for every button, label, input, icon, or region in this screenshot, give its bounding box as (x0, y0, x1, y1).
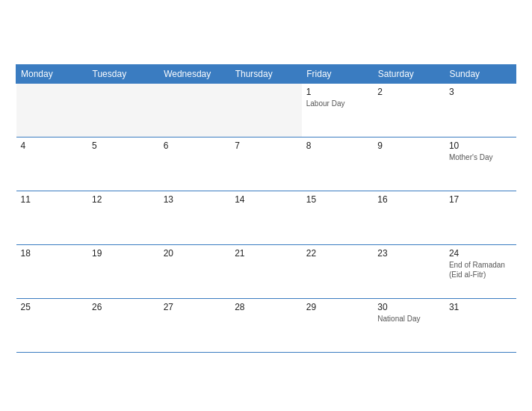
day-number: 24 (449, 248, 512, 259)
holiday-label: Labour Day (306, 99, 369, 108)
day-number: 12 (92, 194, 155, 205)
calendar-week-row: 252627282930National Day31 (16, 299, 516, 353)
holiday-label: Mother's Day (449, 152, 512, 162)
calendar-cell: 24End of Ramadan (Eid al-Fitr) (445, 245, 516, 299)
calendar-cell: 25 (16, 299, 88, 353)
calendar-cell: 2 (373, 84, 445, 137)
day-number: 22 (306, 248, 369, 259)
calendar-cell (16, 84, 88, 137)
weekday-header: Saturday (373, 65, 445, 84)
day-number: 27 (164, 302, 226, 312)
calendar-cell: 8 (302, 137, 374, 191)
day-number: 31 (449, 302, 512, 312)
calendar-cell: 23 (373, 245, 445, 299)
calendar-cell: 27 (159, 299, 231, 353)
calendar-cell: 16 (373, 191, 445, 245)
holiday-label: National Day (377, 314, 440, 324)
calendar-table: MondayTuesdayWednesdayThursdayFridaySatu… (16, 64, 516, 353)
weekday-header: Monday (16, 65, 88, 84)
weekday-header: Tuesday (87, 65, 159, 84)
day-number: 23 (377, 248, 440, 259)
calendar-cell: 21 (230, 245, 302, 299)
day-number: 14 (235, 194, 297, 205)
calendar-week-row: 18192021222324End of Ramadan (Eid al-Fit… (16, 245, 516, 299)
calendar-cell: 18 (16, 245, 88, 299)
day-number: 8 (306, 140, 369, 151)
calendar-cell (230, 84, 302, 137)
day-number: 19 (92, 248, 155, 259)
day-number: 17 (449, 194, 512, 205)
day-number: 6 (164, 140, 226, 151)
day-number: 10 (449, 140, 512, 151)
holiday-label: End of Ramadan (Eid al-Fitr) (449, 260, 512, 279)
calendar-cell: 26 (87, 299, 159, 353)
day-number: 11 (21, 194, 84, 205)
day-number: 20 (164, 248, 226, 259)
day-number: 16 (377, 194, 440, 205)
day-number: 7 (235, 140, 297, 151)
calendar-cell: 5 (87, 137, 159, 191)
weekday-header: Thursday (230, 65, 302, 84)
calendar-cell: 7 (230, 137, 302, 191)
day-number: 1 (306, 87, 369, 97)
calendar-page: MondayTuesdayWednesdayThursdayFridaySatu… (4, 51, 528, 360)
calendar-cell: 19 (87, 245, 159, 299)
calendar-cell: 9 (373, 137, 445, 191)
day-number: 13 (164, 194, 226, 205)
day-number: 21 (235, 248, 297, 259)
weekday-header: Sunday (445, 65, 516, 84)
calendar-cell: 12 (87, 191, 159, 245)
day-number: 29 (306, 302, 369, 312)
day-number: 30 (377, 302, 440, 312)
day-number: 3 (449, 87, 512, 97)
day-number: 26 (92, 302, 155, 312)
calendar-cell: 4 (16, 137, 88, 191)
weekday-header: Wednesday (159, 65, 231, 84)
calendar-cell: 28 (230, 299, 302, 353)
day-number: 28 (235, 302, 297, 312)
day-number: 25 (21, 302, 84, 312)
calendar-cell: 31 (445, 299, 516, 353)
day-number: 2 (377, 87, 440, 97)
day-number: 9 (377, 140, 440, 151)
calendar-cell: 20 (159, 245, 231, 299)
calendar-cell: 11 (16, 191, 88, 245)
calendar-cell: 14 (230, 191, 302, 245)
weekday-header-row: MondayTuesdayWednesdayThursdayFridaySatu… (16, 65, 516, 84)
calendar-cell: 15 (302, 191, 374, 245)
calendar-cell: 10Mother's Day (445, 137, 516, 191)
calendar-cell: 3 (445, 84, 516, 137)
calendar-week-row: 45678910Mother's Day (16, 137, 516, 191)
calendar-cell: 6 (159, 137, 231, 191)
calendar-cell: 17 (445, 191, 516, 245)
calendar-cell (87, 84, 159, 137)
calendar-cell: 22 (302, 245, 374, 299)
day-number: 5 (92, 140, 155, 151)
calendar-cell: 1Labour Day (302, 84, 374, 137)
day-number: 15 (306, 194, 369, 205)
calendar-cell: 29 (302, 299, 374, 353)
day-number: 18 (21, 248, 84, 259)
calendar-cell (159, 84, 231, 137)
weekday-header: Friday (302, 65, 374, 84)
calendar-cell: 13 (159, 191, 231, 245)
day-number: 4 (21, 140, 84, 151)
calendar-week-row: 11121314151617 (16, 191, 516, 245)
calendar-cell: 30National Day (373, 299, 445, 353)
calendar-week-row: 1Labour Day23 (16, 84, 516, 137)
